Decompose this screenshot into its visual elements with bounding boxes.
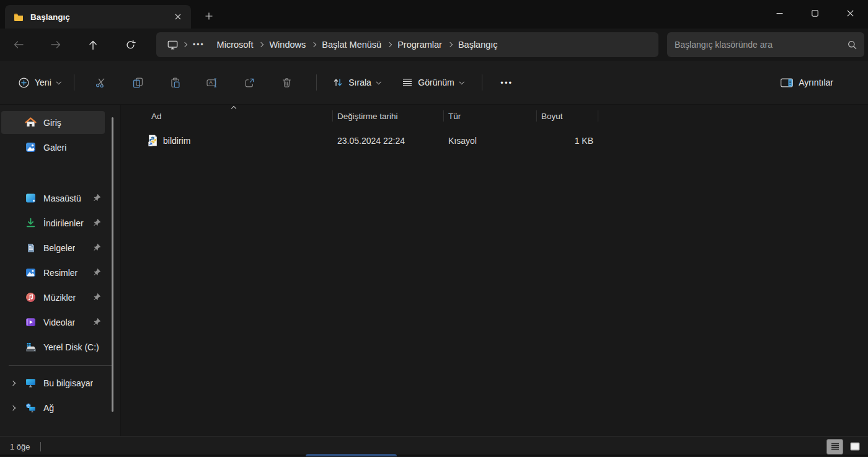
up-button[interactable]: [82, 34, 104, 55]
sidebar-item-label: Bu bilgisayar: [43, 378, 93, 388]
sidebar-item-network[interactable]: Ağ: [1, 396, 105, 419]
chevron-down-icon: [376, 79, 381, 84]
sort-ascending-icon: [231, 106, 236, 111]
music-icon: [25, 292, 37, 303]
search-icon: [848, 40, 857, 50]
column-header-date-modified[interactable]: Değiştirme tarihi: [333, 106, 444, 126]
share-button[interactable]: [235, 71, 264, 94]
toolbar-divider: [482, 74, 482, 91]
copy-button[interactable]: [123, 71, 152, 94]
back-button[interactable]: [7, 34, 30, 55]
pin-icon: [93, 219, 101, 227]
window-bottom-edge: [0, 455, 868, 456]
tab-close-button[interactable]: [170, 9, 186, 25]
breadcrumb-item[interactable]: Windows: [263, 37, 312, 53]
titlebar: Başlangıç: [0, 0, 868, 29]
details-view-icon: [831, 443, 839, 450]
sidebar-item-label: Resimler: [43, 268, 78, 278]
large-icons-view-toggle[interactable]: [846, 439, 863, 455]
copy-icon: [133, 78, 143, 88]
file-list-header: Ad Değiştirme tarihi Tür Boyut: [136, 106, 868, 126]
home-icon: [25, 117, 37, 128]
explorer-tab[interactable]: Başlangıç: [5, 5, 191, 29]
refresh-button[interactable]: [119, 34, 141, 55]
network-icon: [25, 403, 37, 412]
clipboard-icon: [170, 78, 180, 88]
pin-icon: [93, 194, 101, 202]
file-type: Kısayol: [444, 136, 537, 146]
toolbar-divider: [316, 74, 317, 91]
list-lines-icon: [402, 78, 412, 87]
sidebar-item-this-pc[interactable]: Bu bilgisayar: [1, 371, 105, 394]
rename-button[interactable]: A: [198, 71, 226, 94]
background-window-edge: [306, 454, 397, 456]
more-options-button[interactable]: •••: [494, 71, 519, 94]
tab-title: Başlangıç: [30, 12, 170, 22]
breadcrumb-item[interactable]: Başlat Menüsü: [316, 37, 388, 53]
more-dots-icon: •••: [500, 78, 513, 87]
sidebar-item-label: Giriş: [43, 118, 61, 128]
computer-icon: [25, 378, 37, 388]
view-button[interactable]: Görünüm: [396, 71, 469, 94]
sidebar-item-videos[interactable]: Videolar: [1, 311, 105, 334]
this-pc-icon[interactable]: [161, 37, 183, 53]
sort-arrows-icon: [333, 78, 343, 87]
sidebar-item-home[interactable]: Giriş: [1, 111, 105, 134]
expand-chevron-icon[interactable]: [11, 405, 16, 410]
sidebar-item-music[interactable]: Müzikler: [1, 286, 105, 309]
pin-icon: [93, 318, 101, 326]
file-row[interactable]: bildirim 23.05.2024 22:24 Kısayol 1 KB: [136, 130, 868, 151]
details-view-toggle[interactable]: [826, 439, 843, 455]
new-tab-button[interactable]: [200, 7, 218, 25]
view-toggles: [826, 439, 863, 455]
sidebar-item-label: Belgeler: [43, 243, 75, 253]
document-icon: [25, 243, 37, 253]
navigation-bar: ••• Microsoft Windows Başlat Menüsü Prog…: [0, 29, 868, 61]
breadcrumb-item[interactable]: Programlar: [391, 37, 448, 53]
breadcrumb: ••• Microsoft Windows Başlat Menüsü Prog…: [156, 32, 658, 57]
forward-button[interactable]: [45, 34, 67, 55]
search-input[interactable]: [675, 40, 848, 50]
close-button[interactable]: [833, 0, 868, 26]
svg-text:A: A: [209, 79, 213, 86]
column-header-name[interactable]: Ad: [136, 106, 333, 126]
sidebar-item-pictures[interactable]: Resimler: [1, 261, 105, 284]
sidebar-item-label: Galeri: [43, 143, 66, 153]
delete-button[interactable]: [272, 71, 301, 94]
breadcrumb-item-current[interactable]: Başlangıç: [452, 37, 504, 53]
sidebar-item-label: Ağ: [43, 403, 54, 413]
sidebar-scrollbar-thumb[interactable]: [112, 117, 113, 412]
gallery-icon: [25, 142, 37, 153]
command-bar: Yeni A: [0, 61, 868, 105]
download-icon: [25, 218, 37, 228]
sidebar-item-downloads[interactable]: İndirilenler: [1, 211, 105, 234]
sidebar-item-gallery[interactable]: Galeri: [1, 136, 105, 159]
cut-button[interactable]: [86, 71, 115, 94]
minimize-button[interactable]: [762, 0, 797, 26]
column-header-type[interactable]: Tür: [444, 106, 537, 126]
expand-chevron-icon[interactable]: [11, 380, 16, 385]
large-icons-view-icon: [850, 442, 860, 451]
pin-icon: [93, 293, 101, 301]
new-button[interactable]: Yeni: [12, 71, 66, 94]
column-header-label: Tür: [448, 112, 461, 121]
column-header-size[interactable]: Boyut: [537, 106, 598, 126]
sidebar-item-label: İndirilenler: [43, 218, 84, 228]
breadcrumb-overflow-button[interactable]: •••: [187, 37, 211, 52]
breadcrumb-item[interactable]: Microsoft: [211, 37, 260, 53]
sidebar-item-documents[interactable]: Belgeler: [1, 236, 105, 259]
maximize-button[interactable]: [797, 0, 833, 26]
paste-button[interactable]: [161, 71, 189, 94]
column-header-label: Boyut: [541, 112, 563, 121]
column-header-label: Değiştirme tarihi: [337, 112, 398, 121]
details-pane-button[interactable]: Ayrıntılar: [774, 71, 839, 94]
pin-icon: [93, 244, 101, 252]
sort-button[interactable]: Sırala: [327, 71, 386, 94]
window-controls: [762, 0, 868, 26]
sidebar-item-local-disk-c[interactable]: Yerel Disk (C:): [1, 335, 105, 358]
sidebar-item-label: Videolar: [43, 317, 75, 327]
window-body: Giriş Galeri: [0, 105, 868, 436]
view-button-label: Görünüm: [418, 78, 454, 87]
sidebar-item-desktop[interactable]: Masaüstü: [1, 187, 105, 210]
file-name: bildirim: [163, 136, 190, 146]
